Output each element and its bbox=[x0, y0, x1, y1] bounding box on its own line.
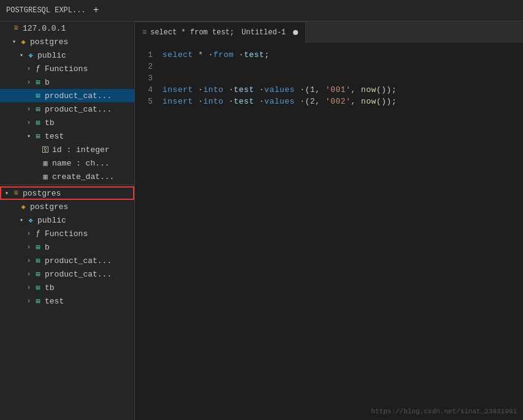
tree-item[interactable]: ▾⊞test bbox=[0, 129, 134, 143]
tree-item[interactable]: ▦create_dat... bbox=[0, 170, 134, 183]
chevron-icon: ▾ bbox=[25, 132, 33, 140]
tree-icon: ⊞ bbox=[33, 105, 43, 114]
tree-icon: ◈ bbox=[18, 202, 28, 212]
tree-item[interactable]: ▾≡postgres bbox=[0, 186, 134, 200]
watermark: https://blog.csdn.net/sinat_23931991 bbox=[371, 408, 517, 415]
chevron-icon: ▾ bbox=[10, 38, 18, 45]
chevron-icon: › bbox=[25, 258, 33, 264]
tree-icon: ⊞ bbox=[33, 297, 43, 306]
code-line: 3 bbox=[135, 72, 523, 84]
tree-label: 127.0.0.1 bbox=[23, 24, 66, 33]
tree-label: create_dat... bbox=[52, 172, 114, 181]
editor-content[interactable]: 1select * ·from ·test;234insert ·into ·t… bbox=[135, 43, 523, 420]
chevron-icon: › bbox=[25, 271, 33, 278]
tree-label: public bbox=[37, 51, 66, 60]
tree-item[interactable]: ›ƒFunctions bbox=[0, 62, 134, 75]
tree-icon: ◈ bbox=[18, 37, 28, 47]
tree-icon: ≡ bbox=[11, 189, 21, 197]
line-content: select * ·from ·test; bbox=[162, 49, 523, 61]
tree-label: tb bbox=[45, 118, 55, 128]
tree-item[interactable]: ›⊞b bbox=[0, 75, 134, 89]
tree-icon: ƒ bbox=[33, 229, 43, 238]
tree-item[interactable]: ›⊞tb bbox=[0, 281, 134, 294]
code-line: 4insert ·into ·test ·values ·(1, '001', … bbox=[135, 84, 523, 96]
tab-label: select * from test; bbox=[150, 28, 234, 37]
chevron-icon: › bbox=[25, 120, 33, 126]
tree-item[interactable]: ›⊞product_cat... bbox=[0, 254, 134, 267]
tree-label: Functions bbox=[45, 64, 88, 74]
tree-icon: ⊞ bbox=[33, 132, 43, 141]
chevron-icon: › bbox=[25, 244, 33, 251]
tree-label: postgres bbox=[30, 202, 68, 212]
chevron-icon: › bbox=[25, 66, 33, 72]
tree-item[interactable]: ›⊞test bbox=[0, 294, 134, 308]
tree-item[interactable]: ▦name : ch... bbox=[0, 156, 134, 170]
tree-item[interactable]: ›⊞b bbox=[0, 240, 134, 254]
line-content: insert ·into ·test ·values ·(1, '001', n… bbox=[162, 84, 523, 96]
editor-tab[interactable]: ≡ select * from test; Untitled-1 bbox=[135, 21, 306, 43]
title-bar: POSTGRESQL EXPL... + bbox=[0, 0, 523, 21]
tree-icon: ⊞ bbox=[33, 91, 43, 101]
tree-icon: ▦ bbox=[40, 159, 50, 168]
sidebar: ≡127.0.0.1▾◈postgres▾❖public›ƒFunctions›… bbox=[0, 21, 135, 420]
tree-icon: ⊞ bbox=[33, 256, 43, 265]
tree-item[interactable]: ⚿id : integer bbox=[0, 143, 134, 156]
tree-label: name : ch... bbox=[52, 159, 110, 168]
code-line: 5insert ·into ·test ·values ·(2, '002', … bbox=[135, 96, 523, 107]
tree-item[interactable]: ⊞product_cat... bbox=[0, 89, 134, 102]
main-layout: ≡127.0.0.1▾◈postgres▾❖public›ƒFunctions›… bbox=[0, 21, 523, 420]
tree-item[interactable]: ›⊞product_cat... bbox=[0, 267, 134, 281]
title-bar-text: POSTGRESQL EXPL... bbox=[6, 6, 86, 15]
tree-label: product_cat... bbox=[45, 105, 112, 114]
tree-icon: ⚿ bbox=[40, 145, 50, 155]
tree-label: Functions bbox=[45, 229, 88, 239]
tree-icon: ❖ bbox=[26, 51, 36, 60]
tree-label: b bbox=[45, 78, 50, 87]
chevron-icon: ▾ bbox=[2, 189, 11, 197]
tree-item[interactable]: ≡127.0.0.1 bbox=[0, 21, 134, 35]
chevron-icon: › bbox=[25, 79, 33, 86]
tree-label: product_cat... bbox=[45, 270, 112, 279]
tree-item[interactable]: ›⊞tb bbox=[0, 116, 134, 129]
line-number: 5 bbox=[135, 96, 162, 107]
tree-label: id : integer bbox=[52, 145, 110, 155]
tree-label: tb bbox=[45, 283, 55, 292]
tree-item[interactable]: ▾❖public bbox=[0, 48, 134, 62]
chevron-icon: ▾ bbox=[17, 216, 26, 224]
chevron-icon: › bbox=[25, 231, 33, 237]
line-number: 2 bbox=[135, 61, 162, 72]
tree-item[interactable]: ▾◈postgres bbox=[0, 35, 134, 48]
line-number: 1 bbox=[135, 49, 162, 61]
tree-label: product_cat... bbox=[45, 256, 112, 265]
tab-dirty-dot bbox=[293, 30, 298, 35]
tree-icon: ƒ bbox=[33, 64, 43, 73]
chevron-icon: › bbox=[25, 298, 33, 305]
chevron-icon: › bbox=[25, 284, 33, 291]
tree-icon: ▦ bbox=[40, 172, 50, 181]
code-line: 1select * ·from ·test; bbox=[135, 49, 523, 61]
tree-icon: ⊞ bbox=[33, 270, 43, 279]
tree-label: product_cat... bbox=[45, 91, 112, 101]
tree-icon: ≡ bbox=[11, 24, 21, 32]
line-content: insert ·into ·test ·values ·(2, '002', n… bbox=[162, 96, 523, 107]
editor-area: ≡ select * from test; Untitled-1 1select… bbox=[135, 21, 523, 420]
tree-item[interactable]: ◈postgres bbox=[0, 200, 134, 213]
title-bar-add[interactable]: + bbox=[93, 5, 99, 16]
tree-icon: ⊞ bbox=[33, 243, 43, 252]
code-line: 2 bbox=[135, 61, 523, 72]
tree-item[interactable]: ▾❖public bbox=[0, 213, 134, 227]
chevron-icon: ▾ bbox=[17, 52, 26, 59]
tree-label: postgres bbox=[30, 37, 68, 47]
tree-icon: ⊞ bbox=[33, 283, 43, 292]
chevron-icon: › bbox=[25, 106, 33, 113]
tree-label: postgres bbox=[23, 189, 61, 198]
tab-name: Untitled-1 bbox=[242, 28, 286, 37]
tab-icon: ≡ bbox=[142, 28, 147, 37]
line-number: 3 bbox=[135, 72, 162, 84]
tree-item[interactable]: ›ƒFunctions bbox=[0, 227, 134, 240]
tree-label: public bbox=[37, 216, 66, 225]
line-number: 4 bbox=[135, 84, 162, 96]
editor-tabs: ≡ select * from test; Untitled-1 bbox=[135, 21, 523, 43]
tree-item[interactable]: ›⊞product_cat... bbox=[0, 102, 134, 116]
tree-label: test bbox=[45, 132, 64, 141]
